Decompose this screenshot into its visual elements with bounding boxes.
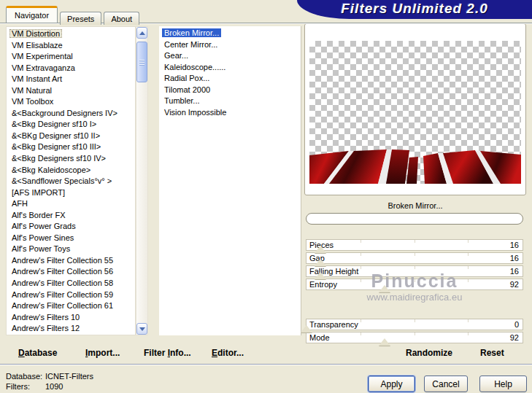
filter-item[interactable]: Radial Pox... <box>159 73 301 85</box>
filter-item[interactable]: Center Mirror... <box>159 39 301 51</box>
category-item[interactable]: Alf's Border FX <box>7 210 135 222</box>
randomize-button[interactable]: Randomize <box>406 348 452 358</box>
help-button[interactable]: Help <box>479 376 527 392</box>
filter-item[interactable]: Tilomat 2000 <box>159 85 301 96</box>
broken-mirror-preview-graphic <box>309 146 521 184</box>
category-item[interactable]: VM Experimental <box>7 51 135 63</box>
apply-button[interactable]: Apply <box>368 376 415 392</box>
slider-pieces[interactable]: Pieces16 <box>306 239 523 251</box>
category-item[interactable]: Andrew's Filters 10 <box>7 312 135 324</box>
slider-transparency[interactable]: Transparency0 <box>306 319 523 330</box>
category-item[interactable]: &<Bkg Designer sf10 III> <box>7 141 135 153</box>
tab-presets[interactable]: Presets <box>60 12 101 25</box>
category-item[interactable]: VM Natural <box>7 85 135 97</box>
category-item[interactable]: &<BKg Designer sf10 II> <box>7 131 135 142</box>
import-button[interactable]: Import... <box>85 348 120 358</box>
category-item[interactable]: Andrew's Filter Collection 58 <box>7 278 135 289</box>
slider-gap[interactable]: Gap16 <box>306 252 523 264</box>
category-item[interactable]: Andrew's Filter Collection 56 <box>7 266 135 278</box>
database-button[interactable]: Database <box>18 348 57 358</box>
progress-bar <box>306 213 523 225</box>
category-item[interactable]: Alf's Power Toys <box>7 244 135 255</box>
category-item[interactable]: Alf's Power Grads <box>7 221 135 233</box>
category-item[interactable]: VM Toolbox <box>7 96 135 108</box>
category-item[interactable]: Andrew's Filter Collection 55 <box>7 255 135 267</box>
scroll-up-icon <box>139 31 145 35</box>
category-item[interactable]: &<Bkg Designer sf10 I> <box>7 119 135 131</box>
category-item[interactable]: &<Background Designers IV> <box>7 108 135 120</box>
category-item[interactable]: &<Sandflower Specials°v° > <box>7 176 135 187</box>
slider-thumb-icon[interactable] <box>379 338 390 346</box>
slider-value: 0 <box>514 320 519 329</box>
category-item[interactable]: AFH <box>7 198 135 210</box>
category-scrollbar[interactable] <box>136 26 148 335</box>
category-item[interactable]: Andrew's Filter Collection 61 <box>7 300 135 312</box>
reset-button[interactable]: Reset <box>480 348 504 358</box>
category-item[interactable]: VM Instant Art <box>7 74 135 85</box>
filter-item[interactable]: Gear... <box>159 50 301 62</box>
slider-thumb-icon[interactable] <box>315 259 326 266</box>
category-list: VM DistortionVM ElisablazeVM Experimenta… <box>6 26 136 335</box>
title-banner: Filters Unlimited 2.0 <box>297 0 532 19</box>
slider-value: 16 <box>510 254 519 262</box>
slider-thumb-icon[interactable] <box>315 272 326 279</box>
status-filters-label: Filters: <box>6 382 30 391</box>
app-title: Filters Unlimited 2.0 <box>297 0 532 17</box>
scroll-down-button[interactable] <box>136 323 147 335</box>
category-item[interactable]: VM Extravaganza <box>7 63 135 74</box>
scrollbar-thumb[interactable] <box>136 42 147 82</box>
preview-panel <box>304 23 526 195</box>
tab-strip: NavigatorPresetsAbout <box>6 5 142 23</box>
slider-entropy[interactable]: Entropy92 <box>306 279 523 290</box>
slider-thumb-icon[interactable] <box>301 325 312 332</box>
status-filters-value: 1090 <box>45 382 63 391</box>
slider-value: 92 <box>510 280 519 289</box>
slider-label: Transparency <box>309 320 358 329</box>
slider-value: 16 <box>510 241 519 249</box>
selected-filter-caption: Broken Mirror... <box>304 201 526 210</box>
category-item[interactable]: VM Elisablaze <box>7 40 135 52</box>
slider-thumb-icon[interactable] <box>315 246 326 253</box>
slider-mode[interactable]: Mode92 <box>306 332 523 343</box>
filter-item[interactable]: Tumbler... <box>159 96 301 107</box>
slider-label: Mode <box>309 333 330 342</box>
slider-falling-height[interactable]: Falling Height16 <box>306 265 523 277</box>
category-item[interactable]: Andrew's Filter Collection 59 <box>7 289 135 301</box>
slider-group-main: Pieces16Gap16Falling Height16Entropy92 <box>306 239 523 292</box>
scroll-down-icon <box>139 327 145 331</box>
filter-item[interactable]: Kaleidoscope...... <box>159 62 301 74</box>
category-item[interactable]: &<Bkg Designers sf10 IV> <box>7 153 135 165</box>
slider-group-extra: Transparency0Mode92 <box>306 319 523 345</box>
slider-value: 92 <box>510 333 519 342</box>
filter-item[interactable]: Vision Impossible <box>159 107 301 119</box>
category-item[interactable]: VM Distortion <box>7 28 135 40</box>
slider-thumb-icon[interactable] <box>379 285 390 292</box>
category-item[interactable]: [AFS IMPORT] <box>7 187 135 199</box>
category-item[interactable]: &<Bkg Kaleidoscope> <box>7 165 135 176</box>
slider-label: Entropy <box>309 280 337 289</box>
preview-image <box>309 41 521 184</box>
cancel-button[interactable]: Cancel <box>424 376 468 392</box>
tab-navigator[interactable]: Navigator <box>6 6 58 23</box>
tab-about[interactable]: About <box>104 12 139 25</box>
slider-value: 16 <box>510 267 519 276</box>
filterinfo-button[interactable]: Filter Info... <box>144 348 191 358</box>
filter-item[interactable]: Broken Mirror... <box>159 28 301 39</box>
scrollbar-grip-icon <box>139 60 144 66</box>
editor-button[interactable]: Editor... <box>212 348 244 358</box>
category-item[interactable]: Alf's Power Sines <box>7 233 135 244</box>
status-database-label: Database: <box>6 372 42 381</box>
scroll-up-button[interactable] <box>136 27 147 39</box>
watermark-url: www.maidiregrafica.eu <box>306 292 523 303</box>
status-database-value: ICNET-Filters <box>45 372 93 381</box>
category-item[interactable]: Andrew's Filters 12 <box>7 323 135 335</box>
filter-list: Broken Mirror...Center Mirror...Gear...K… <box>159 26 301 335</box>
statusbar-separator <box>0 364 532 365</box>
